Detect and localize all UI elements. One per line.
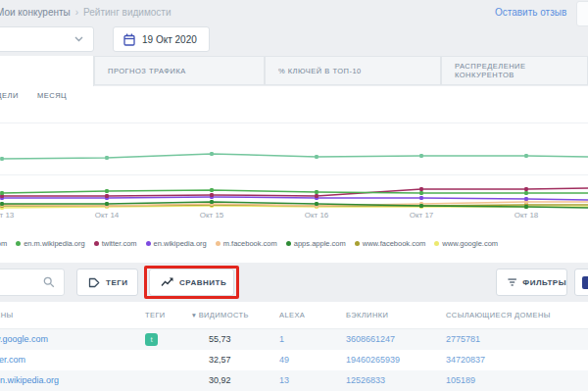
column-header-3[interactable]: ▾ ВИДИМОСТЬ [192,311,249,319]
legend-label: m.facebook.com [223,239,277,248]
x-tick-label: Окт 18 [514,211,539,220]
tab-1[interactable]: ПРОГНОЗ ТРАФИКА [94,56,265,85]
project-dropdown[interactable] [0,26,94,52]
legend-item-en.wikipedia.org[interactable]: en.wikipedia.org [146,239,207,248]
series-line-en.m.wikipedia.org [2,190,588,193]
tags-button-label: ТЕГИ [106,278,128,287]
data-point[interactable] [524,197,528,201]
backlinks-link[interactable]: 12526833 [346,370,385,391]
legend-label: com [0,239,7,248]
data-point[interactable] [0,191,4,195]
x-axis-labels: Окт 13Окт 14Окт 15Окт 16Окт 17Окт 18 [0,211,588,222]
legend-item-www.google.com[interactable]: www.google.com [434,239,498,248]
data-point[interactable] [419,191,423,195]
data-point[interactable] [315,190,318,194]
referring-domains-link[interactable]: 34720837 [446,350,485,370]
table-row: en.wikipedia.org30,921312526833105189 [0,370,588,391]
top-right-button-fragment[interactable] [576,1,588,26]
column-header-1[interactable]: ДОМЕНЫ [0,311,14,319]
compare-button[interactable]: СРАВНИТЬ [149,269,234,296]
x-tick-label: Окт 17 [410,211,434,220]
calendar-icon [123,33,135,46]
legend-label: apps.apple.com [294,239,346,248]
tag-badge[interactable]: t [145,333,158,346]
data-point[interactable] [210,193,214,197]
domain-link[interactable]: en.wikipedia.org [0,370,59,391]
domain-link[interactable]: www.google.com [0,329,48,350]
data-point[interactable] [315,194,318,198]
table-row: twitter.com32,57491946026593934720837 [0,350,588,370]
legend-item-en.m.wikipedia.org[interactable]: en.m.wikipedia.org [16,239,85,248]
alexa-rank-link[interactable]: 1 [279,329,284,350]
tag-icon [88,277,100,288]
visibility-value: 32,57 [209,350,231,370]
data-point[interactable] [105,202,109,206]
domain-link[interactable]: twitter.com [0,350,25,370]
table-header-row: ДОМЕНЫТЕГИ▾ ВИДИМОСТЬALEXAБЭКЛИНКИССЫЛАЮ… [0,302,588,329]
tab-2[interactable]: % КЛЮЧЕЙ В ТОП-10 [265,56,441,85]
legend-item-apps.apple.com[interactable]: apps.apple.com [286,239,346,248]
filters-button-label: ФИЛЬТРЫ [522,278,566,287]
referring-domains-link[interactable]: 105189 [446,370,475,391]
legend-item-www.facebook.com[interactable]: www.facebook.com [355,239,426,248]
data-point[interactable] [419,154,423,158]
data-point[interactable] [524,191,528,195]
data-point[interactable] [0,157,4,161]
feedback-link[interactable]: Оставить отзыв [495,7,566,18]
data-point[interactable] [105,156,109,160]
chevron-down-icon [74,36,83,42]
legend-dot-icon [146,241,151,246]
data-point[interactable] [419,187,423,191]
data-point[interactable] [315,202,318,206]
data-point[interactable] [524,205,528,209]
data-point[interactable] [315,155,318,159]
legend-item-com[interactable]: com [0,239,7,248]
report-tabs: ПРОГНОЗ ТРАФИКА% КЛЮЧЕЙ В ТОП-10РАСПРЕДЕ… [0,56,588,86]
data-point[interactable] [105,194,109,198]
backlinks-link[interactable]: 3608661247 [346,329,395,350]
breadcrumb: Мои конкуренты›Рейтинг видимости [0,7,172,18]
legend-item-twitter.com[interactable]: twitter.com [94,239,137,248]
chart-legend: comen.m.wikipedia.orgtwitter.comen.wikip… [0,239,498,248]
export-button-fragment[interactable] [574,269,588,296]
column-header-6[interactable]: ССЫЛАЮЩИЕСЯ ДОМЕНЫ [446,311,551,319]
tags-button[interactable]: ТЕГИ [76,269,138,296]
legend-label: en.m.wikipedia.org [24,239,85,248]
legend-dot-icon [216,241,220,246]
filter-icon [508,277,516,287]
column-header-5[interactable]: БЭКЛИНКИ [346,311,388,319]
data-point[interactable] [419,196,423,200]
data-point[interactable] [0,202,4,206]
referring-domains-link[interactable]: 2775781 [446,329,480,350]
data-point[interactable] [524,154,528,158]
legend-dot-icon [434,241,439,246]
filters-button[interactable]: ФИЛЬТРЫ [496,269,567,296]
data-point[interactable] [210,200,214,204]
legend-dot-icon [16,241,21,246]
legend-label: www.google.com [442,239,498,248]
tab-visibility-active[interactable] [0,56,94,86]
date-picker-button[interactable]: 19 Окт 2020 [113,26,210,52]
legend-dot-icon [286,241,291,246]
column-header-2[interactable]: ТЕГИ [145,311,166,319]
data-point[interactable] [105,189,109,193]
data-point[interactable] [210,152,214,156]
tab-3[interactable]: РАСПРЕДЕЛЕНИЕ КОНКУРЕНТОВ [441,56,588,85]
alexa-rank-link[interactable]: 49 [279,350,289,370]
x-tick-label: Окт 13 [0,211,14,220]
visibility-value: 30,92 [209,370,231,391]
legend-label: twitter.com [102,239,137,248]
data-point[interactable] [524,187,528,191]
legend-item-m.facebook.com[interactable]: m.facebook.com [216,239,277,248]
data-point[interactable] [419,204,423,208]
app-window: Мои конкуренты›Рейтинг видимости Оставит… [0,0,588,392]
trend-line-icon [161,277,173,287]
alexa-rank-link[interactable]: 13 [279,370,289,391]
table-row: www.google.comt55,73136086612472775781 [0,329,588,350]
search-input[interactable] [0,269,65,296]
visibility-value: 55,73 [209,329,231,350]
data-point[interactable] [210,188,214,192]
column-header-4[interactable]: ALEXA [279,311,305,319]
breadcrumb-parent[interactable]: Мои конкуренты [0,7,71,18]
backlinks-link[interactable]: 19460265939 [346,350,400,370]
